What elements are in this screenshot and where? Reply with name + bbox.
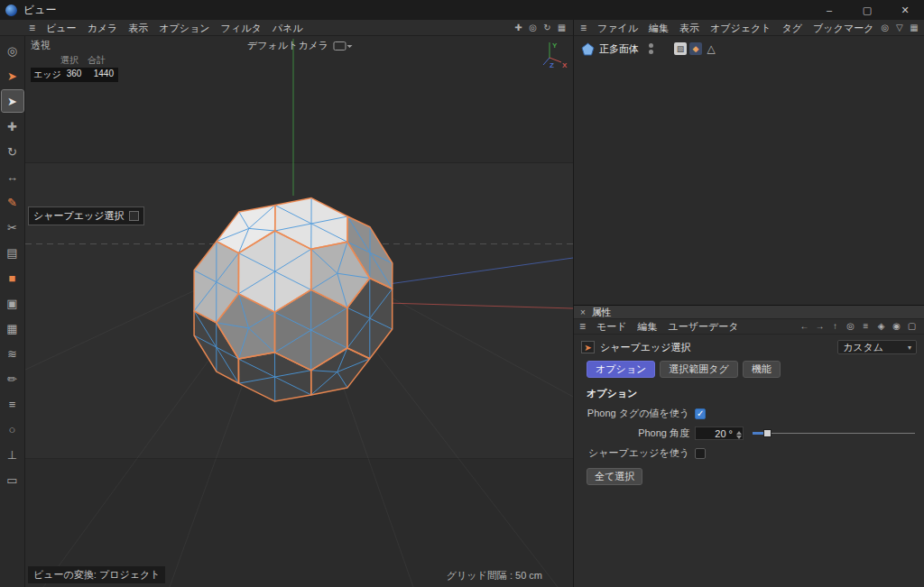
- window-title: ビュー: [23, 3, 57, 18]
- viewport-canvas[interactable]: [25, 36, 573, 587]
- phong-angle-field[interactable]: 20 °: [695, 426, 744, 440]
- menu-item[interactable]: ユーザーデータ: [663, 318, 744, 335]
- mesh-tool-icon[interactable]: ▦: [2, 317, 23, 339]
- maximize-button[interactable]: ▢: [848, 0, 886, 20]
- chevron-down-icon: ▾: [908, 344, 911, 352]
- zoom-tool-icon[interactable]: ◎: [2, 40, 23, 61]
- hud-edge-row: エッジ 360 1440: [31, 68, 118, 82]
- array-tool-icon[interactable]: ▣: [2, 292, 23, 314]
- phong-angle-slider[interactable]: [753, 427, 915, 439]
- search-icon[interactable]: ◎: [845, 319, 856, 334]
- menu-item[interactable]: タグ: [777, 20, 808, 36]
- visibility-dots[interactable]: [649, 43, 653, 54]
- use-phong-row: Phong タグの値を使う: [581, 407, 917, 420]
- circle-tool-icon[interactable]: ○: [2, 418, 23, 440]
- toggle-views-icon[interactable]: ▦: [556, 21, 568, 35]
- projection-label[interactable]: 透視: [31, 39, 51, 52]
- pan-view-icon[interactable]: ✚: [513, 21, 524, 35]
- menu-item[interactable]: ビュー: [41, 20, 82, 36]
- options-section-title: オプション: [587, 387, 924, 400]
- attribute-panel-header: × 属性: [574, 306, 924, 319]
- live-selection-tool-icon[interactable]: ➤: [2, 65, 23, 87]
- menu-item[interactable]: モード: [591, 318, 633, 335]
- close-panel-icon[interactable]: ×: [580, 307, 586, 317]
- scale-tool-icon[interactable]: ↔: [2, 166, 23, 188]
- phong-tag-icon[interactable]: △: [705, 42, 717, 55]
- attribute-tab[interactable]: 機能: [743, 361, 781, 378]
- object-row[interactable]: 正多面体 ▧◆△: [581, 41, 924, 57]
- filter-icon[interactable]: ≡: [860, 319, 872, 334]
- menu-item[interactable]: ファイル: [592, 20, 643, 36]
- attribute-panel-menu-icon[interactable]: ≡: [579, 320, 586, 333]
- rotate-tool-icon[interactable]: ↻: [2, 141, 23, 162]
- tool-glyph: ■: [9, 271, 16, 285]
- object-manager-panel-menu-icon[interactable]: ≡: [580, 22, 587, 34]
- preset-dropdown[interactable]: カスタム ▾: [837, 340, 917, 354]
- new-window-icon[interactable]: ▢: [906, 319, 918, 334]
- extrude-tool-icon[interactable]: ▤: [2, 242, 23, 263]
- hud-header: 選択 合計: [31, 53, 118, 68]
- cube-tool-icon[interactable]: ■: [2, 267, 23, 289]
- attribute-tab[interactable]: 選択範囲タグ: [660, 361, 738, 378]
- phong-angle-slider-handle[interactable]: [763, 429, 772, 437]
- close-button[interactable]: ✕: [886, 0, 924, 20]
- object-tags: ▧◆△: [674, 42, 717, 55]
- menu-item[interactable]: ブックマーク: [808, 20, 879, 36]
- menu-item[interactable]: 表示: [123, 20, 153, 36]
- tool-glyph: ✏: [7, 372, 17, 386]
- tool-glyph: ○: [9, 423, 16, 436]
- edge-selection-tag-icon[interactable]: ◆: [689, 42, 702, 55]
- minimize-button[interactable]: –: [810, 0, 848, 20]
- menu-item[interactable]: 編集: [633, 318, 663, 335]
- filter-icon[interactable]: ▽: [893, 21, 905, 35]
- selection-tag-icon[interactable]: ▧: [674, 42, 687, 55]
- layers-tool-icon[interactable]: ≡: [2, 393, 23, 415]
- spline-tool-icon[interactable]: ≋: [2, 343, 23, 364]
- axis-tool-icon[interactable]: ⊥: [2, 444, 23, 465]
- viewport-panel-menu-icon[interactable]: ≡: [29, 22, 35, 34]
- spinner-arrows-icon[interactable]: [736, 428, 742, 442]
- preset-dropdown-value: カスタム: [843, 341, 883, 354]
- forward-icon[interactable]: →: [814, 319, 826, 334]
- phong-angle-row: Phong 角度 20 °: [581, 426, 917, 440]
- use-phong-checkbox[interactable]: [695, 408, 706, 419]
- zoom-view-icon[interactable]: ◎: [527, 21, 539, 35]
- tool-glyph: ➤: [7, 95, 17, 108]
- lock-icon[interactable]: ◈: [875, 319, 887, 334]
- select-all-button[interactable]: 全て選択: [587, 468, 642, 485]
- viewport[interactable]: 透視 選択 合計 エッジ 360 1440 デフォルトカメラ Y Z X: [25, 36, 573, 587]
- menu-item[interactable]: 編集: [643, 20, 674, 36]
- rotate-view-icon[interactable]: ↻: [541, 21, 553, 35]
- object-name[interactable]: 正多面体: [599, 42, 639, 56]
- tool-glyph: ↔: [6, 170, 18, 184]
- tool-tooltip-text: シャープエッジ選択: [33, 209, 125, 223]
- pen-tool-icon[interactable]: ✎: [2, 191, 23, 213]
- menu-item[interactable]: フィルタ: [216, 20, 267, 36]
- viewport-menu-items: ビューカメラ表示オプションフィルタパネル: [41, 20, 308, 36]
- edge-selection-tool-icon[interactable]: ➤: [2, 90, 23, 112]
- track-icon[interactable]: ◉: [891, 319, 902, 334]
- view-options-icon[interactable]: ▦: [908, 21, 919, 35]
- move-tool-icon[interactable]: ✚: [2, 115, 23, 137]
- parent-icon[interactable]: ↑: [829, 319, 841, 334]
- brush-tool-icon[interactable]: ✏: [2, 368, 23, 390]
- menu-item[interactable]: 表示: [674, 20, 705, 36]
- camera-menu-icon[interactable]: [333, 41, 346, 50]
- use-sharp-checkbox[interactable]: [695, 448, 706, 459]
- camera-tool-icon[interactable]: ▭: [2, 469, 23, 491]
- camera-name: デフォルトカメラ: [247, 39, 328, 52]
- platonic-object-icon[interactable]: [581, 42, 595, 56]
- menu-item[interactable]: オプション: [153, 20, 215, 36]
- tool-glyph: ▭: [6, 473, 17, 487]
- polyhedron-object[interactable]: [194, 198, 393, 402]
- tool-glyph: ≋: [7, 347, 17, 361]
- menu-item[interactable]: パネル: [267, 20, 309, 36]
- back-icon[interactable]: ←: [799, 319, 810, 334]
- search-icon[interactable]: ◎: [879, 21, 891, 35]
- window-controls: – ▢ ✕: [810, 0, 924, 20]
- menu-item[interactable]: カメラ: [82, 20, 124, 36]
- camera-label[interactable]: デフォルトカメラ: [247, 39, 351, 52]
- attribute-tab[interactable]: オプション: [587, 361, 655, 378]
- knife-tool-icon[interactable]: ✂: [2, 216, 23, 238]
- menu-item[interactable]: オブジェクト: [705, 20, 777, 36]
